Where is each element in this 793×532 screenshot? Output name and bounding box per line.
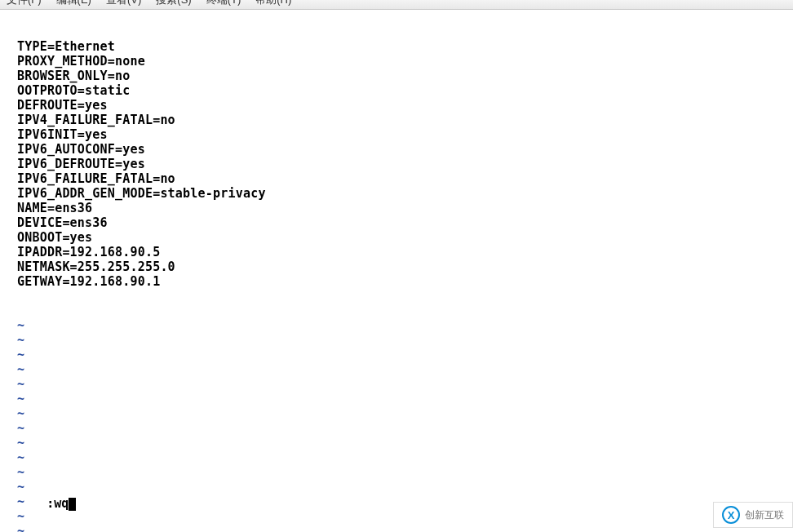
- cursor-icon: [69, 498, 76, 511]
- menu-help[interactable]: 帮助(H): [255, 0, 291, 5]
- config-line: IPV6INIT=yes: [17, 127, 793, 142]
- tilde-marker: ~: [17, 333, 793, 348]
- config-line: IPADDR=192.168.90.5: [17, 245, 793, 259]
- vim-command-line[interactable]: :wq: [17, 481, 76, 525]
- menu-search[interactable]: 搜索(S): [156, 0, 191, 5]
- tilde-marker: ~: [17, 377, 793, 392]
- menu-view[interactable]: 查看(V): [106, 0, 141, 5]
- tilde-marker: ~: [17, 421, 793, 436]
- tilde-marker: ~: [17, 480, 793, 494]
- tilde-marker: ~: [17, 362, 793, 377]
- tilde-marker: ~: [17, 436, 793, 450]
- tilde-marker: ~: [17, 406, 793, 421]
- config-line: BROWSER_ONLY=no: [17, 69, 793, 83]
- config-line: IPV4_FAILURE_FATAL=no: [17, 113, 793, 127]
- vim-editor[interactable]: TYPE=EthernetPROXY_METHOD=noneBROWSER_ON…: [0, 10, 793, 532]
- tilde-marker: ~: [17, 465, 793, 480]
- config-line: PROXY_METHOD=none: [17, 54, 793, 69]
- config-line: ONBOOT=yes: [17, 230, 793, 245]
- config-line: DEVICE=ens36: [17, 215, 793, 230]
- tilde-marker: ~: [17, 450, 793, 465]
- config-line: NETMASK=255.255.255.0: [17, 259, 793, 274]
- command-text: :wq: [47, 496, 69, 511]
- config-line: NAME=ens36: [17, 201, 793, 215]
- menubar: 文件(F) 编辑(E) 查看(V) 搜索(S) 终端(T) 帮助(H): [0, 0, 793, 10]
- empty-lines: ~~~~~~~~~~~~~~~~~: [17, 318, 793, 532]
- watermark: X 创新互联: [713, 502, 793, 528]
- tilde-marker: ~: [17, 524, 793, 532]
- tilde-marker: ~: [17, 348, 793, 362]
- tilde-marker: ~: [17, 392, 793, 406]
- config-line: OOTPROTO=static: [17, 83, 793, 98]
- watermark-logo-icon: X: [722, 506, 740, 524]
- menu-terminal[interactable]: 终端(T): [206, 0, 241, 5]
- config-file-content: TYPE=EthernetPROXY_METHOD=noneBROWSER_ON…: [17, 39, 793, 289]
- config-line: DEFROUTE=yes: [17, 98, 793, 113]
- config-line: TYPE=Ethernet: [17, 39, 793, 54]
- config-line: IPV6_FAILURE_FATAL=no: [17, 171, 793, 186]
- menu-file[interactable]: 文件(F): [7, 0, 42, 5]
- tilde-marker: ~: [17, 509, 793, 524]
- config-line: IPV6_AUTOCONF=yes: [17, 142, 793, 157]
- tilde-marker: ~: [17, 318, 793, 333]
- config-line: IPV6_ADDR_GEN_MODE=stable-privacy: [17, 186, 793, 201]
- menu-edit[interactable]: 编辑(E): [56, 0, 91, 5]
- tilde-marker: ~: [17, 494, 793, 509]
- config-line: GETWAY=192.168.90.1: [17, 274, 793, 289]
- watermark-brand: 创新互联: [745, 508, 784, 522]
- config-line: IPV6_DEFROUTE=yes: [17, 157, 793, 171]
